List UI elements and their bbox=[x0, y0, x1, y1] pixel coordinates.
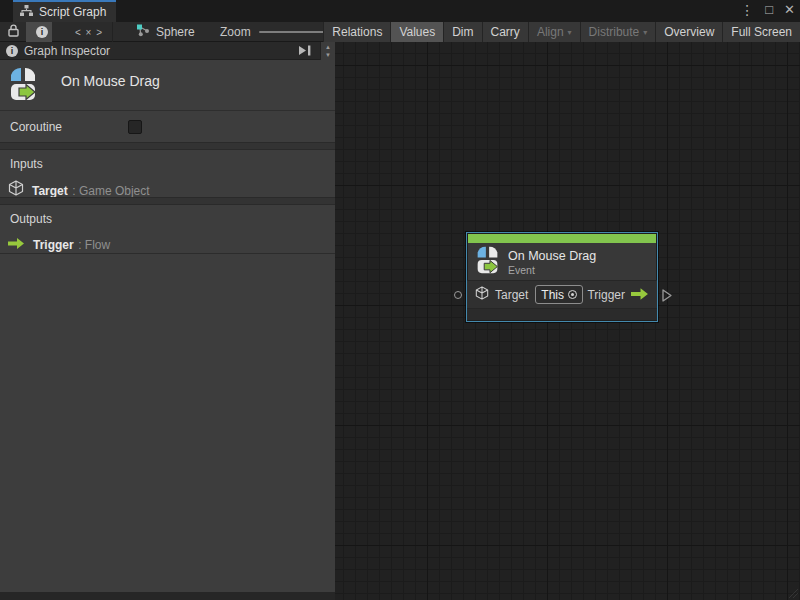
lock-icon bbox=[8, 23, 19, 41]
unit-title: On Mouse Drag bbox=[61, 73, 160, 89]
window-bottom-edge bbox=[0, 592, 335, 600]
outputs-header: Outputs bbox=[10, 212, 335, 226]
spinner-up-icon[interactable]: ▲ bbox=[325, 43, 331, 51]
dock-panel-button[interactable] bbox=[298, 45, 312, 56]
output-port-row: Trigger : Flow bbox=[8, 235, 335, 253]
coroutine-row: Coroutine bbox=[0, 112, 335, 142]
code-icon: < × > bbox=[75, 27, 103, 38]
unit-title-block: On Mouse Drag bbox=[0, 60, 335, 111]
mouse-event-icon bbox=[476, 246, 499, 278]
input-port-type: : Game Object bbox=[72, 184, 149, 198]
section-divider bbox=[0, 142, 335, 150]
node-port-row: Target This Trigger bbox=[467, 280, 657, 308]
section-divider bbox=[0, 253, 335, 254]
maximize-icon[interactable]: □ bbox=[765, 0, 773, 20]
tab-script-graph[interactable]: Script Graph bbox=[13, 0, 116, 22]
spinner-down-icon[interactable]: ▼ bbox=[325, 51, 331, 59]
window-menu-icon[interactable]: ⋮ bbox=[740, 0, 754, 20]
distribute-dropdown[interactable]: Distribute ▾ bbox=[580, 22, 656, 42]
node-output-port[interactable] bbox=[662, 288, 672, 306]
carry-button[interactable]: Carry bbox=[482, 22, 528, 42]
graph-canvas[interactable]: On Mouse Drag Event Target This Trigger bbox=[335, 42, 800, 600]
mouse-event-icon bbox=[9, 67, 37, 105]
this-chip-label: This bbox=[541, 288, 564, 302]
inspector-toggle-button[interactable]: i bbox=[26, 22, 52, 42]
graph-owner-label: Sphere bbox=[156, 25, 195, 39]
output-port-type: : Flow bbox=[78, 238, 110, 252]
window-controls: ⋮ □ ✕ bbox=[740, 0, 795, 20]
inspector-header: i Graph Inspector ▲ ▼ bbox=[0, 42, 335, 60]
align-dropdown[interactable]: Align ▾ bbox=[528, 22, 580, 42]
relations-button[interactable]: Relations bbox=[323, 22, 390, 42]
on-mouse-drag-node[interactable]: On Mouse Drag Event Target This Trigger bbox=[466, 232, 658, 322]
inputs-header: Inputs bbox=[10, 157, 335, 171]
info-icon: i bbox=[6, 45, 18, 57]
zoom-label: Zoom bbox=[220, 25, 251, 39]
node-subtitle: Event bbox=[508, 264, 596, 276]
node-input-label: Target bbox=[495, 288, 528, 302]
title-bar: Script Graph ⋮ □ ✕ bbox=[0, 0, 800, 22]
node-output-label: Trigger bbox=[587, 288, 625, 302]
info-icon: i bbox=[36, 26, 48, 38]
resize-grip[interactable] bbox=[788, 588, 798, 598]
tab-label: Script Graph bbox=[39, 5, 106, 19]
inspector-header-title: Graph Inspector bbox=[24, 44, 298, 58]
section-divider bbox=[0, 197, 335, 205]
graph-toolbar: i < × > Sphere Zoom 1x bbox=[0, 22, 800, 42]
toolbar-separator bbox=[112, 22, 113, 42]
flow-arrow-icon bbox=[631, 286, 649, 304]
graph-inspector-panel: i Graph Inspector ▲ ▼ bbox=[0, 42, 335, 592]
flow-arrow-icon bbox=[8, 235, 25, 253]
chevron-down-icon: ▾ bbox=[643, 28, 647, 37]
chevron-down-icon: ▾ bbox=[568, 28, 572, 37]
code-preview-button[interactable]: < × > bbox=[66, 22, 112, 42]
input-port-name: Target bbox=[32, 184, 68, 198]
lock-button[interactable] bbox=[0, 22, 26, 42]
node-input-port[interactable] bbox=[454, 291, 462, 299]
this-object-chip[interactable]: This bbox=[535, 285, 583, 304]
cube-icon bbox=[475, 286, 489, 304]
toolbar-right-group: Relations Values Dim Carry Align ▾ Distr… bbox=[323, 22, 800, 42]
values-button[interactable]: Values bbox=[390, 22, 443, 42]
object-picker-icon[interactable] bbox=[568, 290, 577, 299]
node-footer bbox=[467, 308, 657, 320]
graph-target-icon bbox=[136, 23, 150, 41]
node-title: On Mouse Drag bbox=[508, 249, 596, 264]
overview-button[interactable]: Overview bbox=[655, 22, 722, 42]
node-header: On Mouse Drag Event bbox=[467, 244, 657, 280]
script-graph-window: Script Graph ⋮ □ ✕ i < × > bbox=[0, 0, 800, 600]
coroutine-label: Coroutine bbox=[10, 120, 62, 134]
script-graph-icon bbox=[20, 3, 33, 21]
full-screen-button[interactable]: Full Screen bbox=[722, 22, 800, 42]
graph-owner-group: Sphere bbox=[136, 22, 195, 42]
output-port-name: Trigger bbox=[33, 238, 74, 252]
dim-button[interactable]: Dim bbox=[443, 22, 481, 42]
coroutine-checkbox[interactable] bbox=[128, 120, 142, 134]
toolbar-left-group: i < × > bbox=[0, 22, 113, 42]
event-color-bar bbox=[468, 234, 656, 243]
panel-size-spinner[interactable]: ▲ ▼ bbox=[320, 42, 335, 60]
close-icon[interactable]: ✕ bbox=[784, 0, 795, 20]
